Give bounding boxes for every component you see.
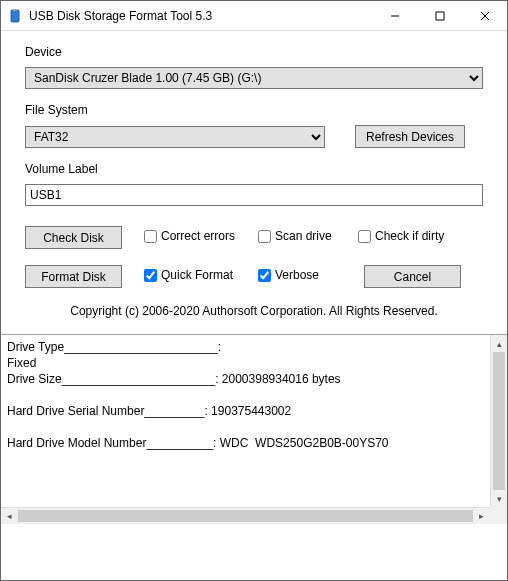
svg-rect-3 xyxy=(436,12,444,20)
info-line: Drive Size_______________________: 20003… xyxy=(7,371,501,387)
scroll-up-arrow-icon[interactable]: ▴ xyxy=(491,335,507,352)
info-line: Fixed xyxy=(7,355,501,371)
info-line: Hard Drive Serial Number_________: 19037… xyxy=(7,403,501,419)
main-content: Device SanDisk Cruzer Blade 1.00 (7.45 G… xyxy=(1,31,507,334)
cancel-button[interactable]: Cancel xyxy=(364,265,461,288)
correct-errors-input[interactable] xyxy=(144,230,157,243)
svg-rect-1 xyxy=(13,9,17,11)
device-label: Device xyxy=(25,45,483,59)
close-button[interactable] xyxy=(462,1,507,30)
check-if-dirty-input[interactable] xyxy=(358,230,371,243)
scan-drive-checkbox[interactable]: Scan drive xyxy=(258,229,332,243)
app-icon xyxy=(7,8,23,24)
file-system-label: File System xyxy=(25,103,483,117)
info-line: Drive Type_______________________: xyxy=(7,339,501,355)
horizontal-scrollbar[interactable]: ◂ ▸ xyxy=(1,507,490,524)
scrollbar-corner xyxy=(490,507,507,524)
scroll-thumb[interactable] xyxy=(493,352,505,490)
format-disk-button[interactable]: Format Disk xyxy=(25,265,122,288)
info-panel: Drive Type_______________________: Fixed… xyxy=(1,334,507,524)
scroll-thumb-h[interactable] xyxy=(18,510,473,522)
minimize-button[interactable] xyxy=(372,1,417,30)
correct-errors-checkbox[interactable]: Correct errors xyxy=(144,229,235,243)
volume-label-label: Volume Label xyxy=(25,162,483,176)
maximize-button[interactable] xyxy=(417,1,462,30)
scroll-down-arrow-icon[interactable]: ▾ xyxy=(491,490,507,507)
check-if-dirty-checkbox[interactable]: Check if dirty xyxy=(358,229,444,243)
copyright-text: Copyright (c) 2006-2020 Authorsoft Corpo… xyxy=(25,304,483,318)
quick-format-checkbox[interactable]: Quick Format xyxy=(144,268,233,282)
title-bar: USB Disk Storage Format Tool 5.3 xyxy=(1,1,507,31)
volume-label-input[interactable] xyxy=(25,184,483,206)
quick-format-input[interactable] xyxy=(144,269,157,282)
info-line: Hard Drive Model Number__________: WDC W… xyxy=(7,435,501,451)
check-disk-button[interactable]: Check Disk xyxy=(25,226,122,249)
scan-drive-input[interactable] xyxy=(258,230,271,243)
verbose-input[interactable] xyxy=(258,269,271,282)
vertical-scrollbar[interactable]: ▴ ▾ xyxy=(490,335,507,507)
svg-rect-0 xyxy=(11,10,19,22)
refresh-devices-button[interactable]: Refresh Devices xyxy=(355,125,465,148)
device-select[interactable]: SanDisk Cruzer Blade 1.00 (7.45 GB) (G:\… xyxy=(25,67,483,89)
file-system-select[interactable]: FAT32 xyxy=(25,126,325,148)
scroll-right-arrow-icon[interactable]: ▸ xyxy=(473,508,490,524)
scroll-left-arrow-icon[interactable]: ◂ xyxy=(1,508,18,524)
verbose-checkbox[interactable]: Verbose xyxy=(258,268,319,282)
window-title: USB Disk Storage Format Tool 5.3 xyxy=(29,9,372,23)
